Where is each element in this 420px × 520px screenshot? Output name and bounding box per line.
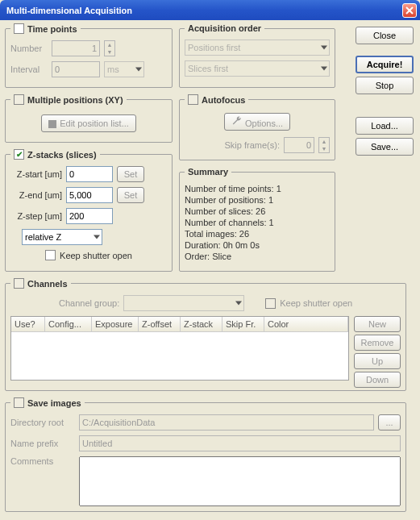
close-icon[interactable]	[402, 3, 417, 18]
prefix-input[interactable]	[79, 435, 401, 451]
z-mode-select[interactable]: relative Z	[22, 229, 102, 245]
autofocus-options-button[interactable]: Options...	[224, 113, 290, 131]
zend-input[interactable]	[66, 187, 113, 203]
wrench-icon	[231, 115, 243, 127]
channels-keep-shutter-checkbox[interactable]	[265, 298, 276, 309]
timepoints-group: Time points Number ▲▼ Interval ms	[5, 23, 173, 88]
interval-unit-select[interactable]: ms	[104, 61, 144, 77]
col-zoffset[interactable]: Z-offset	[139, 317, 181, 331]
summary-text: Number of time points: 1 Number of posit…	[185, 183, 330, 262]
zstart-set-button[interactable]: Set	[117, 166, 144, 182]
zstep-input[interactable]	[66, 208, 113, 224]
z-keep-shutter-label: Keep shutter open	[60, 251, 132, 260]
save-images-group: Save images Directory root ... Name pref…	[5, 397, 406, 512]
number-label: Number	[10, 44, 48, 53]
zstacks-group: Z-stacks (slices) Z-start [um] Set Z-end…	[5, 149, 173, 272]
autofocus-checkbox[interactable]	[188, 94, 198, 105]
titlebar: Multi-dimensional Acquisition	[0, 0, 420, 20]
zend-label: Z-end [um]	[10, 190, 62, 200]
channel-group-label: Channel group:	[59, 298, 119, 308]
skip-frames-spinner[interactable]: ▲▼	[318, 137, 330, 153]
zstacks-checkbox[interactable]	[14, 149, 24, 160]
list-icon	[48, 120, 56, 128]
zstart-input[interactable]	[66, 166, 113, 182]
channels-group: Channels Channel group: Keep shutter ope…	[5, 278, 406, 391]
summary-group: Summary Number of time points: 1 Number …	[179, 167, 335, 272]
save-images-checkbox[interactable]	[14, 397, 24, 408]
browse-button[interactable]: ...	[378, 414, 401, 431]
channels-keep-shutter-label: Keep shutter open	[280, 298, 352, 308]
edit-position-button[interactable]: Edit position list...	[41, 114, 136, 132]
comments-input[interactable]	[79, 456, 401, 506]
zstart-label: Z-start [um]	[10, 169, 62, 179]
order-select-2[interactable]: Slices first	[185, 60, 330, 77]
zend-set-button[interactable]: Set	[117, 187, 144, 203]
close-button[interactable]: Close	[356, 27, 414, 44]
col-color[interactable]: Color	[264, 317, 348, 331]
timepoints-checkbox[interactable]	[14, 23, 24, 34]
channel-remove-button[interactable]: Remove	[354, 335, 401, 351]
channel-down-button[interactable]: Down	[354, 372, 401, 388]
channel-group-select[interactable]	[123, 295, 244, 311]
positions-group: Multiple positions (XY) Edit position li…	[5, 94, 173, 143]
window-title: Multi-dimensional Acquisition	[6, 6, 402, 15]
load-button[interactable]: Load...	[356, 117, 414, 135]
acquire-button[interactable]: Acquire!	[356, 56, 414, 73]
col-use[interactable]: Use?	[11, 317, 45, 331]
order-select-1[interactable]: Positions first	[185, 40, 330, 56]
directory-label: Directory root	[10, 418, 75, 427]
zstep-label: Z-step [um]	[10, 211, 62, 221]
positions-checkbox[interactable]	[14, 94, 24, 105]
col-skipfr[interactable]: Skip Fr.	[222, 317, 264, 331]
autofocus-group: Autofocus Options... Skip frame(s): ▲▼	[179, 94, 335, 160]
comments-label: Comments	[10, 456, 75, 466]
channels-table[interactable]: Use? Config... Exposure Z-offset Z-stack…	[10, 316, 349, 381]
prefix-label: Name prefix	[10, 439, 75, 448]
number-input[interactable]	[52, 40, 100, 56]
stop-button[interactable]: Stop	[356, 77, 414, 94]
col-zstack[interactable]: Z-stack	[181, 317, 222, 331]
side-buttons: Close Acquire! Stop Load... Save...	[356, 27, 414, 156]
interval-input[interactable]	[52, 61, 100, 77]
z-keep-shutter-checkbox[interactable]	[45, 250, 56, 260]
channel-up-button[interactable]: Up	[354, 353, 401, 369]
skip-frames-input[interactable]	[284, 137, 314, 153]
acquisition-order-group: Acquisition order Positions first Slices…	[179, 23, 335, 88]
channels-checkbox[interactable]	[14, 278, 24, 289]
col-exposure[interactable]: Exposure	[92, 317, 139, 331]
skip-frames-label: Skip frame(s):	[225, 140, 280, 150]
save-button[interactable]: Save...	[356, 138, 414, 156]
col-config[interactable]: Config...	[45, 317, 92, 331]
directory-input[interactable]	[79, 414, 374, 431]
interval-label: Interval	[10, 64, 48, 74]
number-spinner[interactable]: ▲▼	[104, 40, 115, 56]
channel-new-button[interactable]: New	[354, 316, 401, 332]
